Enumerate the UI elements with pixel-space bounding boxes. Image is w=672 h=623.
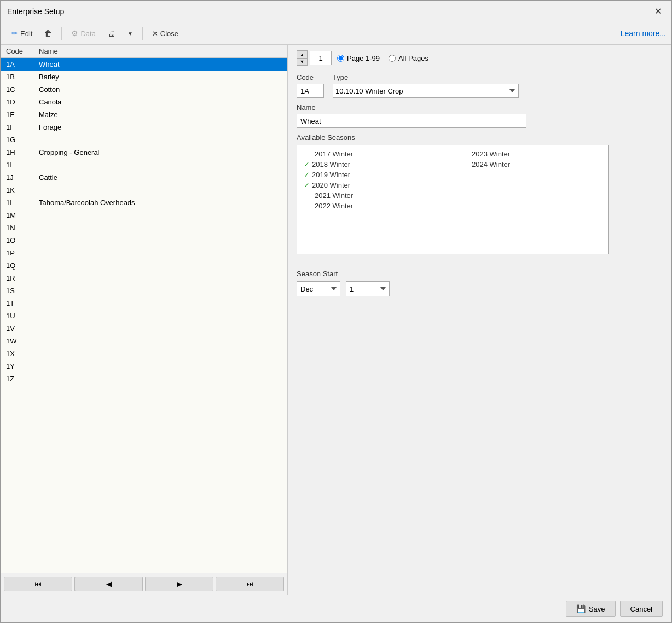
season-label: 2024 Winter bbox=[472, 160, 510, 168]
season-item: 2021 Winter bbox=[304, 191, 444, 200]
type-select[interactable]: 10.10.10 Winter Crop10.10.20 Summer Crop… bbox=[333, 84, 519, 98]
list-item-name bbox=[39, 274, 282, 282]
all-pages-label: All Pages bbox=[398, 54, 428, 62]
all-pages-radio[interactable] bbox=[389, 55, 396, 62]
nav-first-icon: ⏮ bbox=[34, 580, 42, 588]
spinner-up-button[interactable]: ▲ bbox=[297, 51, 307, 58]
list-item-name: Tahoma/Barcoolah Overheads bbox=[39, 199, 282, 207]
list-item[interactable]: 1W bbox=[1, 335, 287, 347]
print-dropdown-button[interactable]: ▼ bbox=[123, 28, 138, 39]
season-check-icon: ✓ bbox=[304, 160, 310, 168]
list-item-code: 1W bbox=[6, 337, 39, 345]
nav-last-button[interactable]: ⏭ bbox=[216, 577, 284, 591]
toolbar: ✏ Edit 🗑 ⚙ Data 🖨 ▼ ✕ Close Learn more..… bbox=[1, 22, 671, 45]
code-input[interactable] bbox=[297, 84, 324, 98]
list-item-name: Cropping - General bbox=[39, 148, 282, 156]
list-item-name bbox=[39, 337, 282, 345]
name-label: Name bbox=[297, 103, 526, 112]
list-item[interactable]: 1Z bbox=[1, 372, 287, 385]
season-item: 2017 Winter bbox=[304, 150, 444, 158]
list-item[interactable]: 1X bbox=[1, 347, 287, 360]
list-item[interactable]: 1O bbox=[1, 234, 287, 247]
data-label: Data bbox=[80, 30, 95, 38]
page-1-99-radio[interactable] bbox=[337, 55, 344, 62]
list-item[interactable]: 1HCropping - General bbox=[1, 146, 287, 159]
type-field-group: Type 10.10.10 Winter Crop10.10.20 Summer… bbox=[333, 73, 519, 98]
content-area: Code Name 1AWheat1BBarley1CCotton1DCanol… bbox=[1, 45, 671, 595]
list-item[interactable]: 1S bbox=[1, 284, 287, 297]
list-item-code: 1C bbox=[6, 85, 39, 94]
list-item[interactable]: 1DCanola bbox=[1, 96, 287, 108]
nav-next-button[interactable]: ▶ bbox=[145, 577, 213, 591]
list-item[interactable]: 1P bbox=[1, 247, 287, 259]
list-item[interactable]: 1FForage bbox=[1, 121, 287, 133]
season-label: 2023 Winter bbox=[472, 150, 510, 158]
list-item[interactable]: 1I bbox=[1, 159, 287, 171]
close-button[interactable]: ✕ Close bbox=[147, 27, 183, 40]
spinner-down-button[interactable]: ▼ bbox=[297, 58, 307, 65]
list-item[interactable]: 1CCotton bbox=[1, 83, 287, 96]
list-item-code: 1Y bbox=[6, 362, 39, 370]
list-item[interactable]: 1JCattle bbox=[1, 171, 287, 184]
main-window: Enterprise Setup ✕ ✏ Edit 🗑 ⚙ Data 🖨 ▼ ✕… bbox=[0, 0, 672, 623]
save-button[interactable]: 💾 Save bbox=[566, 601, 616, 617]
season-item: ✓2019 Winter bbox=[304, 171, 444, 179]
list-item[interactable]: 1Y bbox=[1, 360, 287, 372]
right-panel: ▲ ▼ Page 1-99 All Pages bbox=[288, 45, 671, 595]
list-item-code: 1X bbox=[6, 350, 39, 358]
list-item[interactable]: 1T bbox=[1, 297, 287, 310]
list-item[interactable]: 1AWheat bbox=[1, 58, 287, 71]
all-pages-radio-label[interactable]: All Pages bbox=[389, 54, 428, 62]
list-item-code: 1N bbox=[6, 224, 39, 232]
seasons-label: Available Seasons bbox=[297, 133, 663, 142]
nav-first-button[interactable]: ⏮ bbox=[4, 577, 72, 591]
print-button[interactable]: 🖨 bbox=[103, 26, 120, 40]
name-row: Name bbox=[297, 103, 663, 128]
close-icon: ✕ bbox=[152, 30, 158, 38]
list-item[interactable]: 1M bbox=[1, 209, 287, 222]
delete-button[interactable]: 🗑 bbox=[39, 26, 57, 40]
season-start-section: Season Start JanFebMarAprMayJunJulAugSep… bbox=[297, 270, 663, 296]
list-item-name bbox=[39, 136, 282, 144]
col-header-name: Name bbox=[39, 47, 282, 55]
list-item[interactable]: 1EMaize bbox=[1, 108, 287, 121]
list-item[interactable]: 1G bbox=[1, 133, 287, 146]
page-1-99-radio-label[interactable]: Page 1-99 bbox=[337, 54, 380, 62]
list-item[interactable]: 1N bbox=[1, 222, 287, 234]
list-item-code: 1V bbox=[6, 324, 39, 333]
season-check-icon: ✓ bbox=[304, 181, 310, 189]
window-close-button[interactable]: ✕ bbox=[651, 5, 665, 18]
print-icon: 🖨 bbox=[108, 29, 115, 38]
season-start-label: Season Start bbox=[297, 270, 663, 278]
month-select[interactable]: JanFebMarAprMayJunJulAugSepOctNovDec bbox=[297, 281, 340, 296]
list-item[interactable]: 1Q bbox=[1, 259, 287, 272]
enterprise-list: 1AWheat1BBarley1CCotton1DCanola1EMaize1F… bbox=[1, 58, 287, 573]
list-item-name bbox=[39, 287, 282, 295]
list-item[interactable]: 1U bbox=[1, 310, 287, 322]
gear-icon: ⚙ bbox=[71, 29, 78, 38]
list-item-name bbox=[39, 186, 282, 194]
list-item[interactable]: 1K bbox=[1, 184, 287, 196]
code-label: Code bbox=[297, 73, 324, 81]
data-button[interactable]: ⚙ Data bbox=[66, 26, 100, 40]
nav-prev-button[interactable]: ◀ bbox=[74, 577, 143, 591]
close-label: Close bbox=[160, 30, 178, 38]
list-item-name bbox=[39, 249, 282, 257]
list-item[interactable]: 1BBarley bbox=[1, 71, 287, 83]
list-item[interactable]: 1LTahoma/Barcoolah Overheads bbox=[1, 196, 287, 209]
season-item: 2024 Winter bbox=[461, 160, 601, 168]
edit-button[interactable]: ✏ Edit bbox=[6, 26, 37, 41]
page-input[interactable] bbox=[310, 51, 332, 65]
list-item[interactable]: 1R bbox=[1, 272, 287, 284]
name-input[interactable] bbox=[297, 114, 526, 128]
left-panel: Code Name 1AWheat1BBarley1CCotton1DCanol… bbox=[1, 45, 288, 595]
list-item[interactable]: 1V bbox=[1, 322, 287, 335]
season-item bbox=[461, 181, 601, 189]
page-spinner: ▲ ▼ bbox=[297, 50, 308, 66]
day-select[interactable]: 1234567891011121314151617181920212223242… bbox=[346, 281, 390, 296]
list-item-code: 1Q bbox=[6, 261, 39, 270]
list-item-code: 1K bbox=[6, 186, 39, 194]
cancel-button[interactable]: Cancel bbox=[620, 601, 663, 617]
learn-more-link[interactable]: Learn more... bbox=[621, 29, 666, 38]
season-item bbox=[461, 191, 601, 200]
